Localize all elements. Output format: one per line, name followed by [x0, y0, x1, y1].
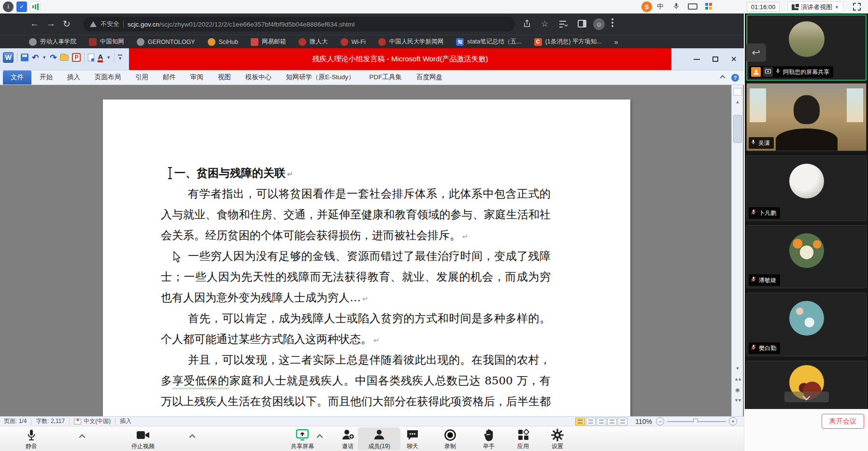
pdf-plugin-icon[interactable]: P: [72, 53, 81, 62]
close-button[interactable]: ✕: [731, 55, 737, 64]
tab-mailings[interactable]: 邮件: [157, 70, 182, 85]
paste-icon[interactable]: [88, 54, 94, 61]
reload-icon[interactable]: ↻: [63, 18, 71, 29]
zoom-slider[interactable]: [667, 421, 726, 422]
scroll-down-icon[interactable]: ▼: [732, 364, 743, 373]
reading-list-icon[interactable]: [559, 20, 568, 30]
zoom-in-button[interactable]: +: [729, 417, 737, 425]
word-app-icon[interactable]: W: [3, 52, 14, 63]
collapse-ribbon-icon[interactable]: [720, 75, 725, 80]
fullscreen-icon[interactable]: [853, 3, 861, 11]
next-page-icon[interactable]: ▼▼: [732, 396, 743, 405]
bookmark-item[interactable]: 微人大: [299, 38, 328, 46]
scroll-more-chevron-icon[interactable]: [784, 392, 829, 402]
mic-options-caret[interactable]: [79, 434, 85, 440]
participant-tile-video[interactable]: 吴潇: [746, 83, 867, 151]
participant-tile[interactable]: 卜凡鹏: [746, 155, 867, 221]
scroll-thumb[interactable]: [733, 115, 742, 143]
maximize-button[interactable]: [712, 56, 718, 62]
bookmark-star-icon[interactable]: ☆: [541, 19, 548, 29]
document-page[interactable]: 一、贫困与残障的关联 有学者指出，可以将贫困看作是一套社会排斥体系，此体系中包含…: [103, 99, 630, 416]
participant-tile-partial[interactable]: [746, 361, 867, 409]
undo-button[interactable]: ↶: [32, 53, 39, 63]
previous-page-icon[interactable]: ▲▲: [732, 375, 743, 383]
outline-view-button[interactable]: [607, 418, 617, 425]
menu-dots-icon[interactable]: [612, 18, 613, 27]
document-scrollbar[interactable]: ▲ ▼ ▲▲ ◉ ▼▼: [731, 85, 743, 416]
zoom-level[interactable]: 110%: [635, 418, 652, 425]
fullscreen-reading-view-button[interactable]: [586, 418, 596, 425]
info-icon[interactable]: i: [3, 1, 14, 12]
tab-pdf-tools[interactable]: PDF工具集: [363, 70, 409, 85]
font-color-button[interactable]: A: [98, 53, 103, 62]
shield-icon[interactable]: ✓: [16, 1, 27, 12]
word-count[interactable]: 字数: 2,117: [36, 417, 65, 425]
scroll-up-icon[interactable]: ▲: [732, 98, 743, 106]
tab-page-layout[interactable]: 页面布局: [88, 70, 127, 85]
participant-tile[interactable]: 潘敏婕: [746, 225, 867, 288]
tab-file[interactable]: 文件: [3, 70, 31, 85]
tab-baidu-netdisk[interactable]: 百度网盘: [410, 70, 449, 85]
web-layout-view-button[interactable]: [597, 418, 606, 425]
undo-caret-icon[interactable]: ▼: [42, 55, 46, 60]
draft-view-button[interactable]: [618, 418, 627, 425]
stop-video-button[interactable]: 停止视频: [120, 428, 166, 451]
tab-cnki-estudy[interactable]: 知网研学（原E-Study）: [280, 70, 361, 85]
zoom-slider-thumb[interactable]: [693, 419, 698, 424]
bookmark-item[interactable]: 劳动人事学院: [29, 38, 76, 46]
bookmark-item[interactable]: SciHub: [208, 38, 238, 46]
tab-insert[interactable]: 插入: [61, 70, 86, 85]
bookmarks-overflow-chevron[interactable]: [614, 38, 618, 46]
bookmark-item[interactable]: 知stata笔记总结（五...: [456, 38, 522, 46]
bookmark-item[interactable]: 中国人民大学新闻网: [378, 38, 444, 46]
ime-mic-icon[interactable]: [672, 2, 680, 12]
font-color-caret-icon[interactable]: ▼: [106, 55, 111, 60]
tab-home[interactable]: 开始: [33, 70, 59, 85]
back-icon[interactable]: ←: [30, 18, 39, 29]
page-indicator[interactable]: 页面: 1/4: [4, 417, 27, 425]
video-options-caret[interactable]: [189, 434, 196, 440]
share-icon[interactable]: [523, 19, 531, 30]
bookmark-item[interactable]: GERONTOLOGY: [137, 38, 195, 46]
address-bar[interactable]: 不安全 scjc.gov.cn/scjc/zhyw01/2022/12/2/c1…: [83, 17, 515, 31]
bookmark-item[interactable]: 中国知网: [89, 38, 124, 46]
document-title[interactable]: 残疾人理论小组发言稿 - Microsoft Word(产品激活失败): [129, 48, 671, 70]
redo-button[interactable]: ↷: [50, 53, 57, 63]
mute-button[interactable]: 静音: [8, 428, 55, 451]
minimize-button[interactable]: [694, 59, 700, 60]
ime-logo-icon[interactable]: S: [641, 1, 652, 12]
zoom-out-button[interactable]: −: [656, 417, 664, 425]
insert-mode[interactable]: 插入: [120, 417, 131, 425]
back-arrow-button[interactable]: ↩: [746, 43, 766, 62]
bookmark-item[interactable]: Wi-Fi: [341, 38, 366, 46]
open-button[interactable]: [60, 55, 69, 61]
ime-toolbox-icon[interactable]: [705, 3, 712, 10]
save-button[interactable]: [21, 54, 28, 61]
settings-button[interactable]: 设置: [534, 428, 581, 451]
document-canvas[interactable]: 一、贫困与残障的关联 有学者指出，可以将贫困看作是一套社会排斥体系，此体系中包含…: [0, 85, 744, 416]
ruler-toggle-icon[interactable]: [733, 88, 742, 96]
side-panel-icon[interactable]: [578, 20, 586, 28]
speaker-view-button[interactable]: 演讲者视图 ▼: [787, 1, 843, 13]
select-browse-object-icon[interactable]: ◉: [732, 385, 743, 394]
help-icon[interactable]: [731, 74, 739, 82]
ime-keyboard-icon[interactable]: [688, 3, 697, 10]
forward-icon[interactable]: →: [46, 18, 56, 29]
leave-meeting-button[interactable]: 离开会议: [822, 414, 864, 429]
background-window: [750, 88, 766, 122]
security-label[interactable]: 不安全: [100, 20, 119, 28]
ime-mode[interactable]: 中: [657, 2, 664, 11]
participant-tile[interactable]: 樊白勤: [746, 293, 867, 356]
tab-review[interactable]: 审阅: [184, 70, 210, 85]
language-indicator[interactable]: 中文(中国): [84, 417, 111, 425]
bookmark-item[interactable]: 网易邮箱: [251, 38, 286, 46]
signal-bars-icon[interactable]: [30, 1, 41, 12]
bookmark-item[interactable]: C(1条消息) 平方项知...: [534, 38, 602, 46]
proofing-error-icon[interactable]: [74, 419, 81, 424]
profile-avatar[interactable]: ☺: [593, 18, 605, 30]
customize-qat-icon[interactable]: ▼: [118, 55, 122, 61]
tab-template-center[interactable]: 模板中心: [239, 70, 278, 85]
tab-view[interactable]: 视图: [212, 70, 237, 85]
tab-references[interactable]: 引用: [129, 70, 155, 85]
print-layout-view-button[interactable]: [575, 418, 585, 425]
